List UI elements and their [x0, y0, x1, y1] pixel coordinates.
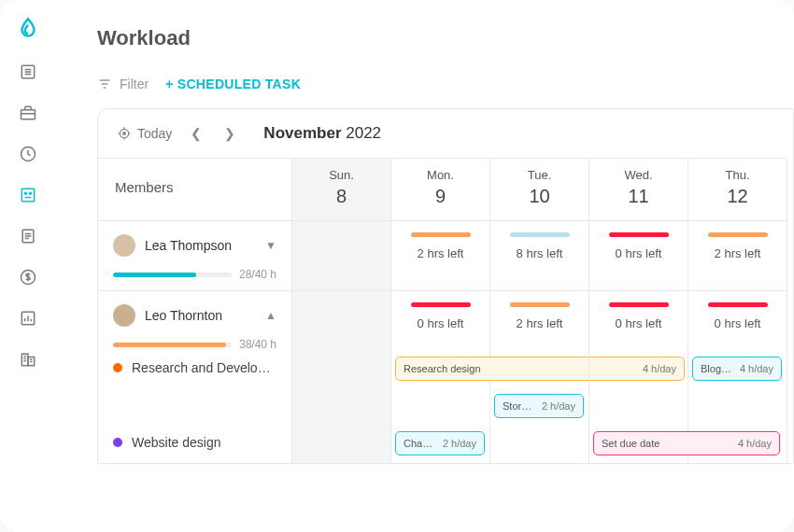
day-cell: 0 hrs left: [688, 290, 787, 351]
filter-icon: [97, 77, 112, 91]
nav-list-icon[interactable]: [18, 62, 38, 82]
task-bar[interactable]: Chang… 2 h/day: [395, 431, 485, 455]
member-header[interactable]: Lea Thompson ▼: [113, 234, 276, 257]
day-cell: 0 hrs left: [589, 220, 688, 290]
scheduled-task-button[interactable]: + SCHEDULED TASK: [165, 77, 301, 91]
task-label: Chang…: [404, 438, 435, 449]
task-hours: 2 h/day: [542, 400, 575, 412]
main-content: Workload Filter + SCHEDULED TASK Today ❮…: [56, 0, 794, 532]
task-bar[interactable]: Blog p… 4 h/day: [692, 357, 782, 381]
workload-panel: Today ❮ ❯ November 2022 Members Sun.8 Mo…: [97, 108, 794, 464]
filter-button[interactable]: Filter: [97, 77, 149, 91]
project-name: Research and Develo…: [132, 360, 271, 375]
task-label: Research design: [404, 363, 481, 374]
member-name: Leo Thornton: [145, 308, 222, 323]
task-hours: 4 h/day: [740, 363, 773, 374]
nav-clock-icon[interactable]: [18, 144, 38, 164]
month-name: November: [263, 124, 341, 142]
member-header[interactable]: Leo Thornton ▲: [113, 304, 276, 327]
svg-point-30: [123, 133, 126, 135]
member-row: Lea Thompson ▼ 28/40 h: [98, 220, 292, 290]
chevron-up-icon[interactable]: ▲: [265, 309, 276, 322]
capacity-bar: [113, 343, 232, 347]
day-cell: [292, 220, 391, 290]
project-name: Website design: [132, 435, 220, 450]
filter-label: Filter: [120, 77, 149, 91]
day-header-mon: Mon.9: [391, 158, 490, 220]
task-bar[interactable]: Story… 2 h/day: [494, 394, 584, 418]
next-arrow[interactable]: ❯: [220, 126, 239, 141]
task-hours: 2 h/day: [443, 438, 476, 449]
project-label-cell: Website design: [98, 426, 292, 463]
nav-dollar-icon[interactable]: [18, 267, 38, 287]
svg-point-8: [25, 192, 27, 194]
svg-point-9: [30, 192, 32, 194]
nav-chart-icon[interactable]: [18, 308, 38, 329]
project-dot-icon: [113, 438, 122, 447]
workload-grid: Members Sun.8 Mon.9 Tue.10 Wed.11 Thu.12…: [98, 158, 793, 463]
day-header-tue: Tue.10: [490, 158, 589, 220]
task-label: Blog p…: [701, 363, 732, 374]
day-cell: 2 hrs left: [490, 290, 589, 351]
day-header-sun: Sun.8: [292, 158, 391, 220]
target-icon: [117, 126, 132, 141]
nav-briefcase-icon[interactable]: [18, 103, 38, 123]
avatar: [113, 234, 135, 257]
project-item[interactable]: Research and Develo…: [113, 360, 276, 375]
day-cell: 8 hrs left: [490, 220, 589, 290]
chevron-down-icon[interactable]: ▼: [265, 239, 276, 252]
day-header-thu: Thu.12: [688, 158, 787, 220]
project-label-cell: Research and Develo…: [98, 351, 292, 388]
prev-arrow[interactable]: ❮: [187, 126, 206, 141]
toolbar: Filter + SCHEDULED TASK: [97, 77, 794, 91]
capacity-bar: [113, 273, 232, 277]
month-display: November 2022: [263, 124, 381, 143]
day-header-wed: Wed.11: [589, 158, 688, 220]
nav-building-icon[interactable]: [18, 349, 38, 370]
today-button[interactable]: Today: [117, 126, 172, 141]
nav-note-icon[interactable]: [18, 226, 38, 246]
app-logo: [16, 17, 40, 41]
task-label: Set due date: [602, 438, 659, 449]
date-nav: Today ❮ ❯ November 2022: [98, 109, 793, 158]
year: 2022: [346, 124, 381, 142]
day-cell: 2 hrs left: [391, 220, 490, 290]
page-title: Workload: [97, 26, 794, 50]
day-cell: 0 hrs left: [589, 290, 688, 351]
day-cell: 2 hrs left: [688, 220, 787, 290]
day-cell: 0 hrs left: [391, 290, 490, 351]
member-name: Lea Thompson: [145, 238, 232, 253]
capacity-text: 28/40 h: [239, 268, 276, 281]
member-row: Leo Thornton ▲ 38/40 h: [98, 290, 292, 351]
today-label: Today: [137, 126, 172, 141]
capacity-text: 38/40 h: [239, 338, 276, 351]
svg-rect-4: [21, 110, 35, 119]
project-item[interactable]: Website design: [113, 435, 276, 450]
task-label: Story…: [503, 400, 534, 412]
members-header: Members: [98, 158, 292, 220]
svg-rect-7: [21, 189, 34, 201]
avatar: [113, 304, 135, 327]
day-cell: [292, 290, 391, 351]
project-dot-icon: [113, 363, 122, 372]
nav-workload-icon[interactable]: [18, 185, 38, 205]
sidebar: [0, 0, 56, 532]
